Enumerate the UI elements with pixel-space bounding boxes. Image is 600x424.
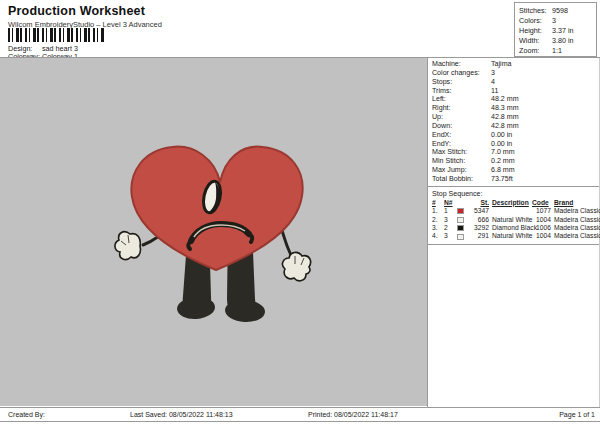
printed-text: Printed: 08/05/2022 11:48:17 bbox=[308, 411, 398, 418]
stop-row-2: 2.3 666Natural White 1004Madeira Classic… bbox=[432, 216, 599, 224]
max-jump-row: Max Jump:6.8 mm bbox=[432, 166, 599, 175]
stop-sequence-title: Stop Sequence: bbox=[428, 187, 599, 199]
footer-bar: Created By: Last Saved: 08/05/2022 11:48… bbox=[0, 407, 600, 422]
worksheet-page: Production Worksheet Wilcom EmbroiderySt… bbox=[0, 0, 600, 424]
last-saved-text: Last Saved: 08/05/2022 11:48:13 bbox=[130, 411, 233, 418]
info-panel: Machine:Tajima Color changes:3 Stops:4 T… bbox=[427, 58, 600, 407]
min-stitch-row: Min Stitch:0.2 mm bbox=[432, 157, 599, 166]
max-stitch-row: Max Stitch:7.0 mm bbox=[432, 148, 599, 157]
machine-row: Machine:Tajima bbox=[432, 60, 599, 69]
thread-swatch-black bbox=[457, 225, 464, 231]
stop-row-1: 1.1 5347 1077Madeira Classic 40 bbox=[432, 207, 599, 215]
up-row: Up:42.8 mm bbox=[432, 113, 599, 122]
design-barcode bbox=[8, 28, 104, 42]
color-changes-row: Color changes:3 bbox=[432, 69, 599, 78]
left-row: Left:48.2 mm bbox=[432, 95, 599, 104]
endy-row: EndY:0.00 in bbox=[432, 140, 599, 149]
thread-swatch-white bbox=[457, 217, 464, 223]
summary-zoom: Zoom:1:1 bbox=[519, 46, 596, 56]
design-canvas bbox=[0, 58, 427, 406]
page-title: Production Worksheet bbox=[8, 4, 145, 18]
total-bobbin-row: Total Bobbin:73.75ft bbox=[432, 175, 599, 184]
down-row: Down:42.8 mm bbox=[432, 122, 599, 131]
machine-info-box: Machine:Tajima Color changes:3 Stops:4 T… bbox=[428, 58, 599, 187]
created-by-label: Created By: bbox=[8, 411, 45, 418]
stop-row-4: 4.3 291Natural White 1004Madeira Classic… bbox=[432, 232, 599, 240]
sad-heart-design bbox=[0, 58, 427, 406]
trims-row: Trims:11 bbox=[432, 87, 599, 96]
summary-colors: Colors:3 bbox=[519, 16, 596, 26]
summary-width: Width:3.80 in bbox=[519, 36, 596, 46]
stops-row: Stops:4 bbox=[432, 78, 599, 87]
summary-stitches: Stitches:9598 bbox=[519, 6, 596, 16]
design-summary-box: Stitches:9598 Colors:3 Height:3.37 in Wi… bbox=[514, 2, 597, 57]
stop-row-3: 3.2 3292Diamond Black 1006Madeira Classi… bbox=[432, 224, 599, 232]
thread-swatch-white bbox=[457, 234, 464, 240]
stop-table-header: # N# St. Description Code Brand bbox=[432, 199, 599, 207]
endx-row: EndX:0.00 in bbox=[432, 131, 599, 140]
summary-height: Height:3.37 in bbox=[519, 26, 596, 36]
page-number: Page 1 of 1 bbox=[559, 411, 595, 418]
stop-sequence-table: # N# St. Description Code Brand 1.1 5347… bbox=[428, 199, 599, 245]
thread-swatch-red bbox=[457, 208, 464, 214]
right-row: Right:48.3 mm bbox=[432, 104, 599, 113]
